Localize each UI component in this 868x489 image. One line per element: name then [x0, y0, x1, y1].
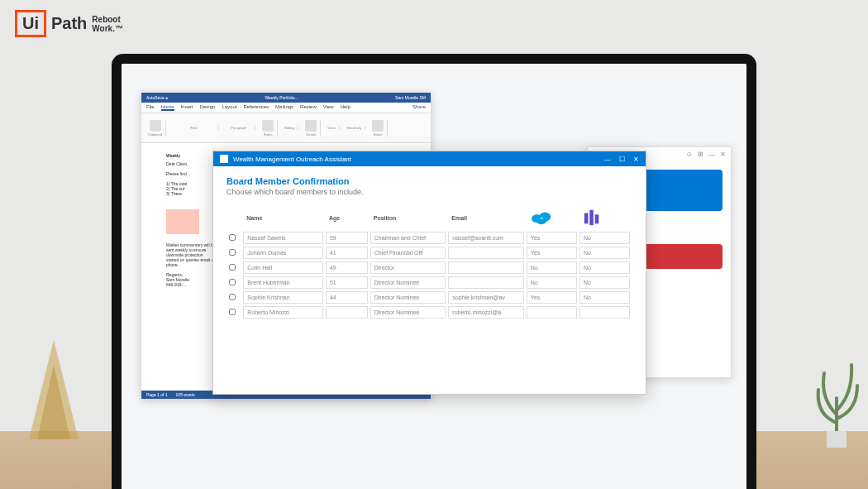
email-field[interactable]: [448, 261, 524, 274]
dialog-app-icon: [220, 155, 228, 163]
ribbon-editing[interactable]: Editing: [281, 126, 298, 130]
salesforce-field[interactable]: [527, 291, 577, 304]
uipath-logo: Ui Path RebootWork.™: [15, 10, 123, 37]
row-checkbox[interactable]: [229, 234, 236, 241]
marketo-field[interactable]: [579, 276, 630, 289]
dialog-heading: Board Member Confirmation: [227, 176, 632, 186]
word-account[interactable]: Sam Morelle SM: [395, 95, 426, 100]
ribbon-editor[interactable]: Editor: [369, 120, 388, 137]
dialog-close-icon[interactable]: ✕: [633, 156, 639, 163]
name-field[interactable]: [243, 306, 323, 319]
word-ribbon: Clipboard Font Paragraph Styles Editing …: [141, 113, 431, 143]
marketo-field[interactable]: [579, 247, 630, 259]
ribbon-paragraph[interactable]: Paragraph: [222, 126, 255, 130]
ribbon-dictate[interactable]: Dictate: [302, 120, 321, 137]
svg-rect-8: [589, 210, 594, 225]
row-checkbox[interactable]: [229, 309, 236, 315]
tab-home[interactable]: Home: [161, 104, 174, 111]
tab-references[interactable]: References: [243, 104, 269, 111]
dialog-titlebar[interactable]: Wealth Management Outreach Assistant — ☐…: [213, 151, 646, 166]
col-position: Position: [370, 207, 446, 229]
position-field[interactable]: [370, 276, 446, 289]
tab-help[interactable]: Help: [341, 104, 351, 111]
row-checkbox[interactable]: [229, 294, 236, 300]
name-field[interactable]: [243, 247, 323, 259]
word-doc-title: Weekly Portfolio...: [265, 95, 298, 100]
status-words[interactable]: 105 words: [176, 392, 195, 397]
age-field[interactable]: [326, 247, 368, 259]
age-field[interactable]: [326, 276, 368, 289]
close-icon[interactable]: ✕: [720, 151, 726, 158]
ribbon-voice[interactable]: Voice: [324, 126, 340, 130]
autosave-toggle[interactable]: AutoSave ●: [146, 95, 168, 100]
position-field[interactable]: [370, 232, 446, 244]
position-field[interactable]: [370, 247, 446, 259]
position-field[interactable]: [370, 261, 446, 274]
table-row: [229, 276, 630, 289]
logo-tagline: RebootWork.™: [92, 15, 123, 33]
age-field[interactable]: [326, 232, 368, 244]
col-salesforce: sf: [527, 207, 577, 229]
svg-rect-9: [595, 214, 599, 223]
salesforce-field[interactable]: [527, 247, 577, 259]
grid-icon[interactable]: ⊞: [698, 151, 703, 158]
email-field[interactable]: [448, 291, 524, 304]
name-field[interactable]: [243, 291, 323, 304]
tab-file[interactable]: File: [146, 104, 155, 111]
email-field[interactable]: [448, 247, 524, 259]
tab-mailings[interactable]: Mailings: [275, 104, 293, 111]
age-field[interactable]: [326, 291, 368, 304]
dialog-minimize-icon[interactable]: —: [604, 156, 611, 163]
tab-design[interactable]: Design: [200, 104, 216, 111]
user-icon[interactable]: ☺: [686, 151, 693, 158]
row-checkbox[interactable]: [229, 279, 236, 285]
name-field[interactable]: [243, 276, 323, 289]
desk-plant: [812, 348, 861, 448]
salesforce-field[interactable]: [527, 232, 577, 244]
status-page[interactable]: Page 1 of 1: [146, 392, 168, 397]
dialog-subheading: Choose which board members to include.: [227, 188, 632, 196]
share-button[interactable]: Share: [413, 104, 426, 111]
email-field[interactable]: [448, 306, 524, 319]
email-field[interactable]: [448, 232, 524, 244]
editor-icon: [372, 120, 384, 132]
tab-layout[interactable]: Layout: [222, 104, 236, 111]
dialog-body: Board Member Confirmation Choose which b…: [213, 166, 646, 331]
age-field[interactable]: [326, 261, 368, 274]
salesforce-field[interactable]: [527, 276, 577, 289]
col-age: Age: [326, 207, 368, 229]
table-row: [229, 291, 630, 304]
marketo-icon: [583, 209, 601, 227]
marketo-field[interactable]: [579, 232, 630, 244]
ribbon-styles[interactable]: Styles: [259, 120, 278, 137]
email-field[interactable]: [448, 276, 524, 289]
minimize-icon[interactable]: —: [708, 151, 715, 158]
laptop-screen: AutoSave ● Weekly Portfolio... Sam Morel…: [122, 64, 746, 489]
salesforce-field[interactable]: [527, 306, 577, 319]
position-field[interactable]: [370, 306, 446, 319]
age-field[interactable]: [326, 306, 368, 319]
marketo-field[interactable]: [579, 261, 630, 274]
ribbon-sensitivity[interactable]: Sensitivity: [343, 126, 365, 130]
position-field[interactable]: [370, 291, 446, 304]
marketo-field[interactable]: [579, 291, 630, 304]
table-row: [229, 232, 630, 244]
row-checkbox[interactable]: [229, 264, 236, 271]
ribbon-clipboard[interactable]: Clipboard: [145, 120, 166, 137]
tab-insert[interactable]: Insert: [181, 104, 193, 111]
tab-review[interactable]: Review: [300, 104, 317, 111]
doc-highlight: [166, 209, 199, 234]
dialog-title-text: Wealth Management Outreach Assistant: [233, 156, 351, 163]
word-titlebar[interactable]: AutoSave ● Weekly Portfolio... Sam Morel…: [141, 93, 431, 103]
svg-rect-2: [827, 431, 847, 448]
row-checkbox[interactable]: [229, 249, 236, 256]
marketo-field[interactable]: [579, 306, 630, 319]
doc-paragraph: Market commentary will be sent weekly to…: [166, 242, 216, 267]
salesforce-field[interactable]: [527, 261, 577, 274]
name-field[interactable]: [243, 261, 323, 274]
col-email: Email: [448, 207, 524, 229]
dialog-maximize-icon[interactable]: ☐: [619, 156, 625, 163]
name-field[interactable]: [243, 232, 323, 244]
ribbon-font[interactable]: Font: [169, 126, 219, 130]
tab-view[interactable]: View: [323, 104, 334, 111]
